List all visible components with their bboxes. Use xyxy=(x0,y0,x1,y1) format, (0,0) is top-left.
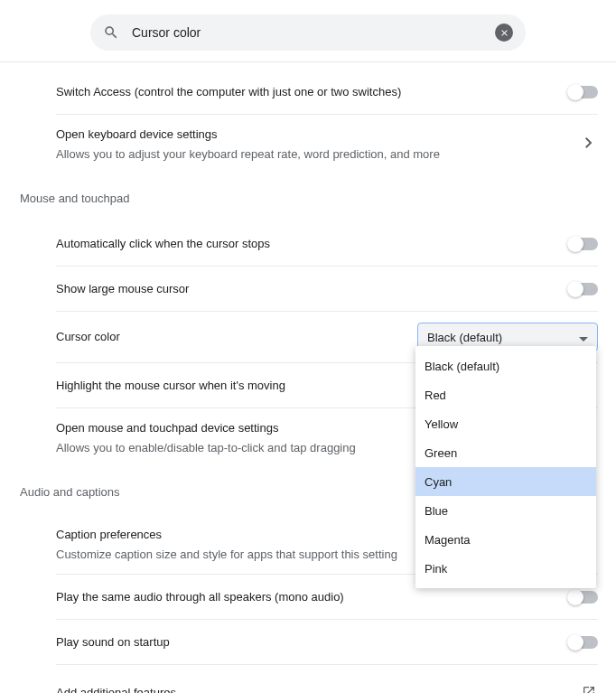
mono-audio-label: Play the same audio through all speakers… xyxy=(56,588,555,606)
menu-item-blue[interactable]: Blue xyxy=(415,496,596,525)
row-auto-click: Automatically click when the cursor stop… xyxy=(56,221,598,267)
search-icon xyxy=(103,24,119,41)
cursor-color-selected: Black (default) xyxy=(427,331,502,344)
search-input[interactable] xyxy=(132,25,495,40)
search-bar-container xyxy=(0,0,616,61)
keyboard-settings-title: Open keyboard device settings xyxy=(56,126,565,144)
startup-sound-toggle[interactable] xyxy=(569,636,598,649)
menu-item-green[interactable]: Green xyxy=(415,438,596,467)
menu-item-yellow[interactable]: Yellow xyxy=(415,409,596,438)
keyboard-settings-sub: Allows you to adjust your keyboard repea… xyxy=(56,145,565,164)
row-switch-access: Switch Access (control the computer with… xyxy=(56,70,598,115)
auto-click-label: Automatically click when the cursor stop… xyxy=(56,235,555,253)
cursor-color-label: Cursor color xyxy=(56,328,403,346)
chevron-right-icon xyxy=(580,137,598,151)
cursor-color-menu: Black (default) Red Yellow Green Cyan Bl… xyxy=(415,346,596,588)
startup-sound-label: Play sound on startup xyxy=(56,633,555,651)
menu-item-red[interactable]: Red xyxy=(415,380,596,409)
clear-search-button[interactable] xyxy=(495,23,513,42)
switch-access-label: Switch Access (control the computer with… xyxy=(56,83,555,101)
switch-access-toggle[interactable] xyxy=(569,86,598,98)
large-cursor-toggle[interactable] xyxy=(569,283,598,295)
large-cursor-label: Show large mouse cursor xyxy=(56,280,555,298)
row-startup-sound: Play sound on startup xyxy=(56,620,598,665)
row-large-cursor: Show large mouse cursor xyxy=(56,267,598,312)
menu-item-magenta[interactable]: Magenta xyxy=(415,525,596,554)
auto-click-toggle[interactable] xyxy=(569,238,598,250)
close-icon xyxy=(499,28,509,38)
section-mouse-touchpad: Mouse and touchpad xyxy=(20,173,598,221)
menu-item-pink[interactable]: Pink xyxy=(415,554,596,583)
mono-audio-toggle[interactable] xyxy=(569,591,598,604)
menu-item-cyan[interactable]: Cyan xyxy=(415,467,596,496)
add-features-label: Add additional features xyxy=(56,684,565,693)
caret-down-icon xyxy=(579,331,588,344)
search-box[interactable] xyxy=(90,14,526,51)
menu-item-black[interactable]: Black (default) xyxy=(415,351,596,380)
row-add-features[interactable]: Add additional features xyxy=(56,665,598,693)
row-keyboard-settings[interactable]: Open keyboard device settings Allows you… xyxy=(56,115,598,173)
open-external-icon xyxy=(580,685,598,694)
